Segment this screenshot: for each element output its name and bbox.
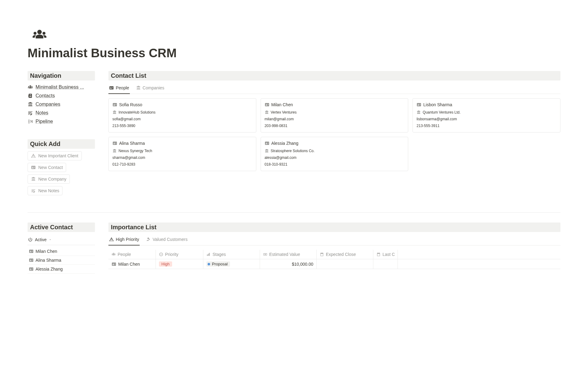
active-contact-row[interactable]: Alessia Zhang	[28, 265, 95, 274]
rolodex-icon	[28, 93, 33, 99]
contact-cards-grid: Sofia Russo InnovateHub Solutions sofia@…	[108, 98, 560, 171]
building-icon	[31, 177, 36, 182]
button-label: New Contact	[38, 165, 63, 170]
select-icon	[159, 252, 163, 257]
nav-item-pipeline[interactable]: Pipeline	[28, 117, 95, 126]
id-card-icon	[417, 102, 421, 107]
contact-card[interactable]: Alina Sharma Nexus Synergy Tech sharma@g…	[108, 137, 256, 171]
cell-person: Milan Chen	[108, 259, 156, 269]
tab-high-priority[interactable]: High Priority	[108, 234, 140, 245]
active-contact-row[interactable]: Milan Chen	[28, 247, 95, 256]
active-contact-row[interactable]: Alina Sharma	[28, 256, 95, 265]
contact-email: alessia@gmail.com	[265, 155, 405, 160]
new-important-client-button[interactable]: New Important Client	[28, 151, 82, 160]
calendar-icon	[320, 252, 324, 257]
contact-card[interactable]: Alessia Zhang Stratosphere Solutions Co.…	[261, 137, 409, 171]
money-icon	[263, 252, 267, 257]
col-priority: Priority	[156, 250, 203, 259]
people-icon	[111, 252, 116, 257]
nav-label: Contacts	[36, 93, 55, 99]
new-contact-button[interactable]: New Contact	[28, 163, 66, 172]
col-last-c: Last C	[373, 250, 398, 259]
company-name: Nexus Synergy Tech	[119, 149, 152, 153]
cell-priority: High	[156, 259, 203, 269]
contact-name: Sofia Russo	[119, 102, 142, 107]
nav-label: Minimalist Business ...	[36, 84, 84, 90]
company-name: Stratosphere Solutions Co.	[271, 149, 315, 153]
nav-item-crm[interactable]: Minimalist Business ...	[28, 83, 95, 92]
warning-icon	[31, 153, 36, 158]
building-icon	[112, 110, 117, 114]
active-contact-header: Active Contact	[28, 223, 95, 232]
col-estimated-value: Estimated Value	[260, 250, 317, 259]
notes-icon	[31, 188, 36, 193]
building-icon	[265, 110, 269, 114]
contact-list-tabs: People Companies	[108, 83, 560, 94]
cell-estimated-value: $10,000.00	[260, 259, 317, 269]
id-card-icon	[265, 102, 270, 107]
id-card-icon	[29, 249, 34, 254]
importance-list-header: Importance List	[108, 223, 560, 232]
nav-label: Companies	[36, 102, 60, 107]
id-card-icon	[111, 262, 116, 267]
pipeline-icon	[28, 119, 33, 124]
nav-label: Pipeline	[36, 119, 53, 124]
nav-label: Notes	[36, 110, 48, 116]
contact-email: sharma@gmail.com	[112, 155, 252, 160]
company-name: Vertex Ventures	[271, 110, 297, 114]
contact-email: sofia@gmail.com	[112, 117, 252, 121]
tab-people[interactable]: People	[108, 83, 130, 94]
id-card-icon	[109, 85, 114, 90]
power-icon	[28, 237, 33, 242]
navigation-list: Minimalist Business ... Contacts Compani…	[28, 83, 95, 126]
stage-badge: Proposal	[206, 261, 230, 267]
nav-item-contacts[interactable]: Contacts	[28, 92, 95, 100]
page-icon	[28, 28, 560, 44]
building-icon	[265, 149, 269, 153]
priority-badge: High	[159, 261, 172, 267]
contact-email: lisbonsarma@gmail.com	[417, 117, 556, 121]
importance-table: People Priority Stages Estimated Value E…	[108, 250, 560, 269]
customer-icon	[146, 237, 151, 242]
contact-phone: 012-710-9283	[112, 162, 252, 167]
col-stages: Stages	[203, 250, 260, 259]
active-contact-name: Milan Chen	[36, 249, 57, 254]
new-company-button[interactable]: New Company	[28, 174, 70, 184]
cell-expected-close	[317, 259, 373, 269]
quick-add-header: Quick Add	[28, 139, 95, 149]
company-name: Quantum Ventures Ltd.	[423, 110, 460, 114]
active-contact-name: Alina Sharma	[36, 258, 61, 263]
nav-item-notes[interactable]: Notes	[28, 109, 95, 117]
company-name: InnovateHub Solutions	[119, 110, 156, 114]
people-group-icon	[28, 84, 33, 90]
tab-companies[interactable]: Companies	[135, 83, 165, 94]
active-contact-name: Alessia Zhang	[36, 267, 63, 272]
id-card-icon	[112, 141, 117, 146]
active-contact-view-selector[interactable]: Active	[28, 234, 95, 245]
contact-card[interactable]: Milan Chen Vertex Ventures milan@gmail.c…	[261, 98, 409, 133]
contact-card[interactable]: Sofia Russo InnovateHub Solutions sofia@…	[108, 98, 256, 133]
button-label: New Important Client	[38, 153, 78, 158]
col-people: People	[108, 250, 156, 259]
contact-card[interactable]: Lisbon Sharma Quantum Ventures Ltd. lisb…	[413, 98, 560, 133]
warning-icon	[109, 237, 114, 242]
cell-last-c	[373, 259, 398, 269]
calendar-icon	[376, 252, 381, 257]
table-row[interactable]: Milan Chen High Proposal $10,000.00	[108, 259, 560, 269]
building-icon	[112, 149, 117, 153]
importance-tabs: High Priority Valued Customers	[108, 234, 560, 245]
page-title: Minimalist Business CRM	[28, 46, 560, 60]
tab-label: High Priority	[116, 237, 139, 242]
building-icon	[28, 102, 33, 107]
view-label: Active	[35, 237, 47, 242]
contact-phone: 018-310-9321	[265, 162, 405, 167]
navigation-header: Navigation	[28, 71, 95, 81]
tab-label: People	[116, 85, 129, 90]
button-label: New Company	[38, 177, 66, 182]
contact-email: milan@gmail.com	[265, 117, 405, 121]
contact-phone: 213-555-3890	[112, 124, 252, 128]
nav-item-companies[interactable]: Companies	[28, 100, 95, 109]
contact-phone: 203-998-0831	[265, 124, 405, 128]
tab-valued-customers[interactable]: Valued Customers	[145, 234, 188, 245]
new-notes-button[interactable]: New Notes	[28, 186, 62, 195]
